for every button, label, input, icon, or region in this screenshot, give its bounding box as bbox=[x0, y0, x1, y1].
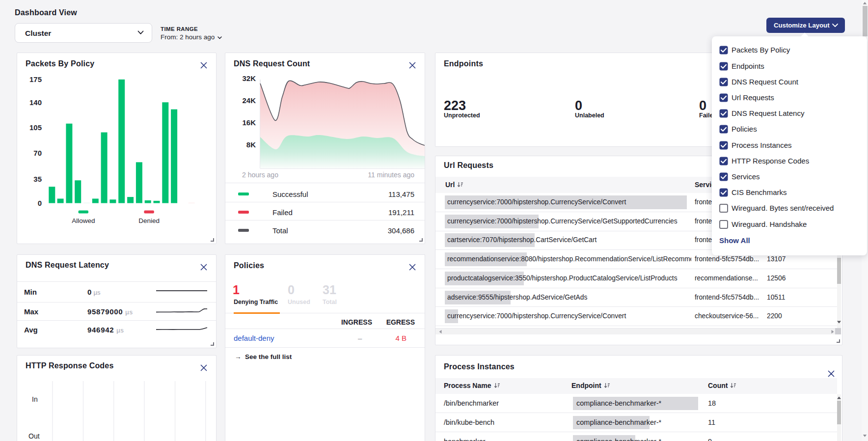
svg-text:Denied: Denied bbox=[138, 217, 160, 224]
svg-text:70: 70 bbox=[33, 149, 42, 157]
svg-text:105: 105 bbox=[29, 123, 42, 132]
svg-text:Allowed: Allowed bbox=[72, 217, 95, 224]
svg-text:175: 175 bbox=[29, 75, 42, 83]
svg-text:16K: 16K bbox=[242, 118, 256, 127]
svg-text:0: 0 bbox=[38, 199, 42, 207]
svg-text:140: 140 bbox=[29, 98, 42, 107]
svg-text:24K: 24K bbox=[242, 96, 256, 105]
svg-text:35: 35 bbox=[33, 175, 42, 183]
svg-text:32K: 32K bbox=[242, 74, 256, 83]
svg-text:8K: 8K bbox=[246, 140, 256, 149]
